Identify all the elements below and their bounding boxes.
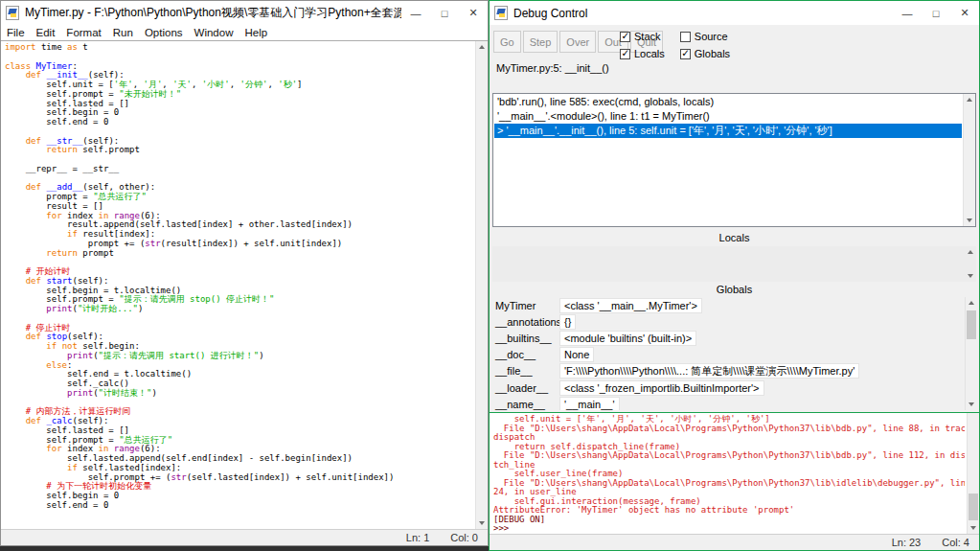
- scroll-down-icon[interactable]: [970, 526, 976, 530]
- menu-item-edit[interactable]: Edit: [31, 27, 61, 38]
- stack-item[interactable]: 'bdb'.run(), line 585: exec(cmd, globals…: [494, 95, 962, 109]
- code-line: [5, 258, 474, 267]
- minimize-icon[interactable]: —: [893, 1, 922, 25]
- shell-line: AttributeError: 'MyTimer' object has no …: [493, 506, 965, 516]
- debug-window-controls: — □ ✕: [893, 1, 979, 25]
- shell-line: >>>: [493, 524, 965, 534]
- checkbox-box[interactable]: [680, 32, 691, 42]
- code-line: self.end = 0: [5, 118, 474, 127]
- scroll-up-icon[interactable]: [969, 301, 974, 305]
- shell-status-line: Ln: 23: [892, 537, 922, 548]
- menu-item-window[interactable]: Window: [189, 27, 239, 38]
- locals-scrollbar[interactable]: [964, 246, 976, 282]
- close-icon[interactable]: ✕: [950, 1, 979, 25]
- scroll-thumb[interactable]: [969, 494, 978, 520]
- stack-item[interactable]: '__main__'.<module>(), line 1: t1 = MyTi…: [494, 109, 962, 124]
- scroll-down-icon[interactable]: [479, 521, 485, 525]
- source-checkbox[interactable]: Source: [680, 31, 730, 42]
- scroll-up-icon[interactable]: [968, 250, 973, 254]
- globals-value: '__main__': [559, 397, 620, 410]
- editor-menubar: FileEditFormatRunOptionsWindowHelp: [1, 25, 488, 40]
- globals-name: __annotations__: [492, 316, 559, 328]
- shell-statusbar: Ln: 23 Col: 4: [490, 534, 979, 550]
- stack-frame-list[interactable]: 'bdb'.run(), line 585: exec(cmd, globals…: [492, 93, 976, 227]
- debug-titlebar[interactable]: Debug Control — □ ✕: [490, 1, 979, 25]
- checkbox-label: Globals: [695, 48, 730, 59]
- globals-row: __doc__None: [492, 347, 963, 363]
- globals-name: __builtins__: [492, 333, 559, 344]
- globals-name: MyTimer: [492, 300, 559, 311]
- shell-line: File "D:\Users\shang\AppData\Local\Progr…: [493, 451, 965, 461]
- checkbox-label: Source: [695, 31, 728, 42]
- locals-checkbox[interactable]: Locals: [620, 48, 665, 59]
- debug-window-title: Debug Control: [513, 7, 893, 20]
- code-line: return prompt: [5, 249, 474, 259]
- close-icon[interactable]: ✕: [459, 1, 488, 25]
- shell-line: File "D:\Users\shang\AppData\Local\Progr…: [493, 425, 965, 434]
- locals-header: Locals: [492, 232, 976, 245]
- menu-item-file[interactable]: File: [1, 27, 31, 38]
- code-line: print("提示：请先调用 start() 进行计时！"): [5, 352, 474, 361]
- shell-status-col: Col: 4: [942, 537, 969, 548]
- globals-name: __file__: [492, 365, 559, 377]
- editor-status-col: Col: 0: [450, 532, 478, 543]
- checkbox-label: Locals: [634, 48, 665, 59]
- globals-scrollbar[interactable]: [965, 297, 977, 410]
- debug-view-checkboxes: StackSourceLocalsGlobals: [620, 31, 730, 59]
- maximize-icon[interactable]: □: [922, 1, 950, 25]
- over-button[interactable]: Over: [559, 31, 596, 53]
- minimize-icon[interactable]: —: [401, 1, 430, 25]
- stack-items: 'bdb'.run(), line 585: exec(cmd, globals…: [494, 95, 962, 225]
- globals-panel: MyTimer<class '__main__.MyTimer'>__annot…: [492, 297, 963, 410]
- editor-pane[interactable]: import time as tclass MyTimer: def __ini…: [1, 40, 488, 529]
- idle-icon: [6, 6, 19, 20]
- shell-scrollbar[interactable]: [967, 413, 979, 534]
- idle-icon: [494, 6, 508, 20]
- editor-statusbar: Ln: 1 Col: 0: [1, 529, 488, 545]
- globals-row: __builtins__<module 'builtins' (built-in…: [492, 330, 963, 346]
- globals-checkbox[interactable]: Globals: [680, 48, 730, 59]
- shell-window: self.unit = ['年', '月', '天', '小时', '分钟', …: [489, 413, 980, 551]
- globals-value: 'F:\\\\Python\\\\Python\\\\...: 简单定制\\\\…: [559, 363, 859, 379]
- checkbox-box[interactable]: [620, 32, 630, 42]
- code-line: return self.prompt: [5, 146, 474, 155]
- globals-value: None: [559, 347, 594, 362]
- scroll-down-icon[interactable]: [967, 218, 972, 222]
- globals-value: <module 'builtins' (built-in)>: [559, 331, 696, 346]
- scroll-down-icon[interactable]: [969, 402, 974, 406]
- step-button[interactable]: Step: [523, 31, 558, 53]
- scroll-up-icon[interactable]: [479, 45, 485, 49]
- go-button[interactable]: Go: [493, 31, 521, 53]
- stack-scrollbar[interactable]: [963, 94, 975, 226]
- editor-scrollbar[interactable]: [475, 41, 488, 529]
- checkbox-box[interactable]: [680, 49, 691, 59]
- globals-header: Globals: [492, 284, 976, 297]
- code-line: import time as t: [5, 43, 474, 53]
- menu-item-format[interactable]: Format: [60, 27, 106, 38]
- menu-item-run[interactable]: Run: [107, 27, 139, 38]
- checkbox-label: Stack: [634, 31, 661, 42]
- taskbar-strip: [0, 546, 489, 551]
- scroll-thumb[interactable]: [967, 310, 976, 339]
- globals-name: __doc__: [492, 349, 559, 360]
- shell-output[interactable]: self.unit = ['年', '月', '天', '小时', '分钟', …: [493, 415, 965, 534]
- editor-window-controls: — □ ✕: [401, 1, 488, 25]
- stack-item[interactable]: > '__main__'.__init__(), line 5: self.un…: [494, 124, 962, 138]
- scroll-down-icon[interactable]: [968, 274, 973, 278]
- globals-name: __loader__: [492, 382, 559, 394]
- scroll-up-icon[interactable]: [967, 98, 972, 102]
- checkbox-box[interactable]: [620, 49, 630, 59]
- code-line: __repr__ = __str__: [5, 165, 474, 174]
- stack-checkbox[interactable]: Stack: [620, 31, 665, 42]
- menu-item-options[interactable]: Options: [139, 27, 189, 38]
- debug-status-line: MyTimer.py:5: __init__(): [496, 62, 609, 74]
- code-line: print("计时开始..."): [5, 305, 474, 314]
- globals-name: __name__: [492, 399, 559, 410]
- menu-item-help[interactable]: Help: [239, 27, 273, 38]
- editor-titlebar[interactable]: MyTimer.py - F:\Python\Python\Python视频\零…: [1, 1, 488, 25]
- debug-control-window: Debug Control — □ ✕ GoStepOverOutQuit St…: [489, 0, 980, 413]
- maximize-icon[interactable]: □: [430, 1, 459, 25]
- code-area[interactable]: import time as tclass MyTimer: def __ini…: [5, 43, 474, 529]
- globals-row: MyTimer<class '__main__.MyTimer'>: [492, 297, 963, 313]
- editor-window: MyTimer.py - F:\Python\Python\Python视频\零…: [0, 0, 489, 546]
